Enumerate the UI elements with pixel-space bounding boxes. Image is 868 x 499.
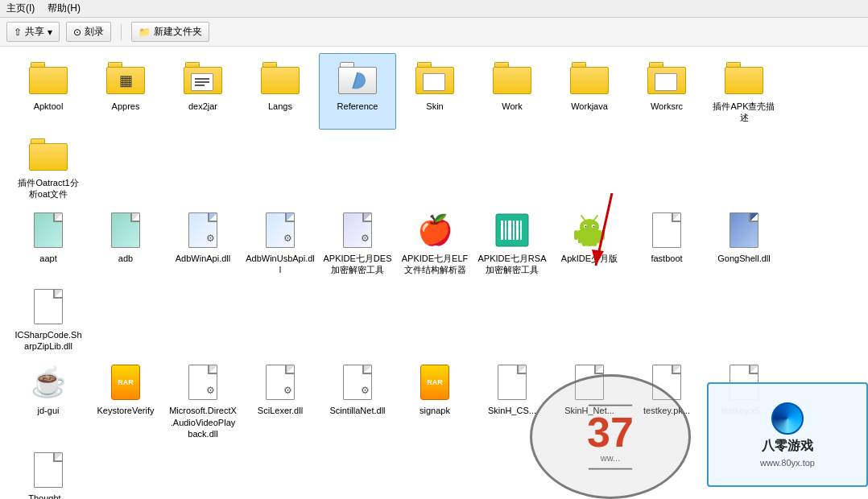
file-label: aapt (39, 253, 56, 264)
file-label: Appres (112, 101, 140, 112)
new-folder-label: 新建文件夹 (154, 25, 202, 39)
list-item[interactable]: aapt (10, 205, 87, 282)
list-item[interactable]: SkinH_Net... (551, 357, 628, 445)
folder-icon (725, 59, 763, 97)
file-label: testkey.x5... (721, 405, 767, 416)
file-icon (725, 211, 763, 250)
list-item[interactable]: ApkIDE少月版 (551, 205, 628, 282)
folder-icon (29, 135, 68, 174)
list-item[interactable]: ⚙ AdbWinUsbApi.dll (242, 205, 319, 282)
file-label: Skin (426, 101, 443, 112)
file-icon: RAR (415, 363, 454, 402)
file-label: SkinH_CS... (488, 405, 536, 416)
file-icon (570, 211, 609, 250)
file-label: Apktool (34, 101, 64, 112)
list-item[interactable]: 🍎 APKIDE七月ELF文件结构解析器 (396, 205, 473, 282)
list-item[interactable]: ICSharpCode.SharpZipLib.dll (10, 282, 87, 358)
svg-rect-6 (520, 221, 522, 240)
file-label: signapk (420, 405, 450, 416)
share-icon: ⇧ (14, 27, 22, 38)
file-icon: ⚙ (261, 363, 300, 402)
svg-rect-17 (601, 230, 605, 240)
list-item[interactable]: Langs (242, 53, 319, 130)
svg-rect-4 (513, 221, 515, 240)
folder-icon (261, 59, 300, 97)
list-item[interactable]: RAR KeystoreVerify (87, 357, 164, 445)
file-label: Work (502, 101, 522, 112)
list-item[interactable]: RAR signapk (396, 357, 473, 445)
file-icon: ⚙ (338, 363, 377, 402)
list-item[interactable]: ⚙ AdbWinApi.dll (164, 205, 242, 282)
new-folder-icon: 📁 (138, 27, 151, 38)
share-button[interactable]: ⇧ 共享 ▾ (6, 22, 60, 42)
svg-rect-1 (501, 221, 503, 240)
file-label: AdbWinApi.dll (176, 253, 230, 264)
toolbar-separator (121, 24, 122, 40)
list-item[interactable]: APKIDE七月RSA加密解密工具 (473, 205, 551, 282)
file-icon (493, 211, 531, 250)
file-label: 插件Oatract1分析oat文件 (14, 177, 83, 200)
file-icon (29, 211, 68, 250)
folder-icon-reference (338, 59, 377, 97)
list-item[interactable]: Work (473, 53, 551, 130)
svg-rect-19 (593, 240, 597, 246)
list-item[interactable]: Apktool (10, 53, 87, 130)
folder-icon (570, 59, 609, 97)
toolbar: ⇧ 共享 ▾ ⊙ 刻录 📁 新建文件夹 (0, 18, 868, 47)
list-item[interactable]: ⚙ SciLexer.dll (242, 357, 319, 445)
list-item[interactable]: 插件Oatract1分析oat文件 (10, 130, 87, 206)
file-label: fastboot (651, 253, 682, 264)
menu-item-help[interactable]: 帮助(H) (48, 2, 81, 15)
file-label: APKIDE七月RSA加密解密工具 (477, 253, 547, 276)
list-item[interactable]: Reference (319, 53, 396, 130)
svg-rect-3 (508, 221, 511, 240)
file-icon (725, 363, 763, 402)
list-item[interactable]: Skin (396, 53, 473, 130)
file-icon (106, 211, 145, 250)
share-label: 共享 (25, 25, 44, 39)
file-label: 插件APK查壳描述 (709, 101, 779, 124)
new-folder-button[interactable]: 📁 新建文件夹 (131, 22, 209, 42)
menu-bar: 主页(I) 帮助(H) (0, 0, 868, 18)
file-label: testkey.pk... (643, 405, 690, 416)
barcode-file-icon (494, 212, 530, 248)
svg-rect-16 (574, 230, 578, 240)
list-item[interactable]: dex2jar (164, 53, 242, 130)
menu-item-homepage[interactable]: 主页(I) (6, 2, 35, 15)
list-item[interactable]: ⚙ APKIDE七月DES加密解密工具 (319, 205, 396, 282)
list-item[interactable]: ⚙ Microsoft.DirectX.AudioVideoPlayback.d… (164, 357, 242, 445)
folder-icon (493, 59, 531, 97)
file-label: AdbWinUsbApi.dll (246, 253, 315, 276)
file-icon (570, 363, 609, 402)
svg-line-14 (581, 216, 585, 220)
list-item[interactable]: ⚙ ScintillaNet.dll (319, 357, 396, 445)
winrar2-icon: RAR (420, 365, 449, 400)
list-item[interactable]: GongShell.dll (705, 205, 783, 282)
share-dropdown-arrow: ▾ (48, 27, 52, 38)
list-item[interactable]: ▦ Appres (87, 53, 164, 130)
list-item[interactable]: testkey.pk... (628, 357, 705, 445)
folder-icon (184, 59, 222, 97)
file-label: Worksrc (651, 101, 683, 112)
folder-icon (647, 59, 686, 97)
svg-point-9 (580, 219, 599, 235)
list-item[interactable]: 插件APK查壳描述 (705, 53, 783, 130)
file-label: Microsoft.DirectX.AudioVideoPlayback.dll (168, 405, 238, 439)
list-item[interactable]: Worksrc (628, 53, 705, 130)
folder-icon (415, 59, 454, 97)
list-item[interactable]: testkey.x5... (705, 357, 783, 445)
burn-label: 刻录 (85, 25, 104, 39)
list-item[interactable]: ☕ jd-gui (10, 357, 87, 445)
list-item[interactable]: SkinH_CS... (473, 357, 551, 445)
list-item[interactable]: Thought... (10, 445, 87, 499)
list-item[interactable]: Workjava (551, 53, 628, 130)
file-icon: ⚙ (338, 211, 377, 250)
svg-line-15 (594, 216, 597, 220)
burn-button[interactable]: ⊙ 刻录 (66, 22, 111, 42)
svg-rect-5 (516, 221, 519, 240)
list-item[interactable]: fastboot (628, 205, 705, 282)
svg-point-13 (593, 226, 595, 228)
file-label: ScintillaNet.dll (329, 405, 385, 416)
list-item[interactable]: adb (87, 205, 164, 282)
folder-icon: ▦ (106, 59, 145, 97)
